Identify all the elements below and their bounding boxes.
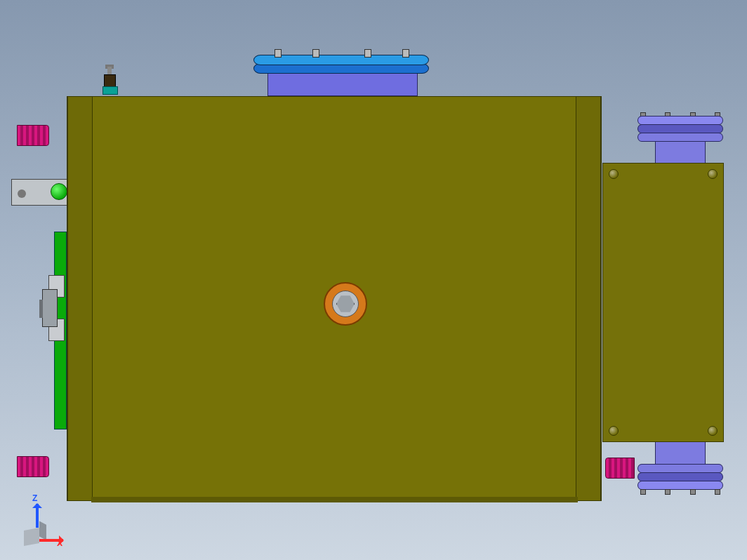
right-port-lower (605, 458, 635, 479)
right-cover-plate (602, 163, 724, 442)
indicator-ball-icon (51, 183, 67, 200)
right-flange-upper (637, 116, 723, 142)
right-flange-lower (637, 465, 723, 490)
left-port-lower (17, 456, 49, 477)
chassis-bottom-lip (91, 497, 578, 502)
top-flange-bolt (364, 49, 371, 58)
axis-label-x: X (57, 539, 62, 547)
view-cube-icon[interactable] (24, 528, 39, 546)
top-flange-cylinder (267, 70, 418, 96)
axis-label-z: Z (32, 494, 37, 502)
top-flange-bolt (312, 49, 319, 58)
view-orientation-triad[interactable]: Z X (18, 494, 73, 549)
cad-3d-viewport[interactable]: Z X (0, 0, 747, 560)
axis-z-arrow-icon (36, 504, 39, 528)
top-flange-bolt (275, 49, 282, 58)
top-flange-bolt (402, 49, 409, 58)
left-port-upper (17, 125, 49, 146)
sensor-body (104, 74, 116, 87)
left-slot-connector (42, 289, 58, 327)
flange-bolts-lower (640, 489, 720, 495)
pipe-upper (655, 139, 706, 166)
sensor-collar (103, 86, 118, 95)
